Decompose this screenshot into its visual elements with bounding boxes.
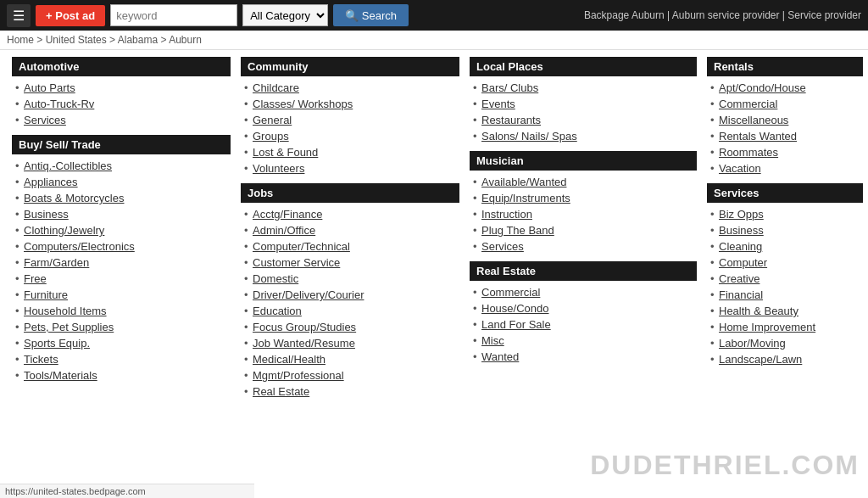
list-item: Acctg/Finance xyxy=(241,206,459,222)
list-item: Lost & Found xyxy=(241,144,459,160)
list-item: Cleaning xyxy=(707,238,863,255)
buy-sell-trade-list: Antiq.-Collectibles Appliances Boats & M… xyxy=(12,158,231,383)
jobs-list: Acctg/Finance Admin/Office Computer/Tech… xyxy=(241,206,459,400)
list-item: Restaurants xyxy=(470,112,697,128)
list-item: Admin/Office xyxy=(241,222,459,238)
list-item: Commercial xyxy=(470,284,697,300)
main-content: Automotive Auto Parts Auto-Truck-Rv Serv… xyxy=(0,50,868,411)
musician-list: Available/Wanted Equip/Instruments Instr… xyxy=(470,174,697,255)
list-item: Equip/Instruments xyxy=(470,190,697,206)
services-link[interactable]: Services xyxy=(24,114,66,126)
breadcrumb-alabama[interactable]: Alabama xyxy=(118,34,158,46)
search-icon: 🔍 xyxy=(345,9,359,22)
list-item: Wanted xyxy=(470,349,697,365)
category-select[interactable]: All Category xyxy=(242,4,328,26)
rentals-list: Apt/Condo/House Commercial Miscellaneous… xyxy=(707,80,863,176)
search-input[interactable] xyxy=(110,4,237,26)
list-item: Tools/Materials xyxy=(12,367,231,383)
list-item: Boats & Motorcycles xyxy=(12,190,231,206)
post-ad-button[interactable]: Post ad xyxy=(36,5,105,26)
list-item: Business xyxy=(707,222,863,238)
services-title: Services xyxy=(707,183,863,203)
services-list: Biz Opps Business Cleaning Computer Crea… xyxy=(707,206,863,367)
list-item: Available/Wanted xyxy=(470,174,697,190)
list-item: Land For Sale xyxy=(470,316,697,333)
list-item: Medical/Health xyxy=(241,351,459,367)
list-item: Real Estate xyxy=(241,383,459,400)
list-item: Computer/Technical xyxy=(241,238,459,255)
list-item: Business xyxy=(12,206,231,222)
community-list: Childcare Classes/ Workshops General Gro… xyxy=(241,80,459,176)
list-item: Instruction xyxy=(470,206,697,222)
local-places-title: Local Places xyxy=(470,57,697,76)
list-item: Groups xyxy=(241,128,459,144)
list-item: Farm/Garden xyxy=(12,255,231,271)
list-item: Events xyxy=(470,96,697,112)
list-item: Driver/Delivery/Courier xyxy=(241,287,459,303)
list-item: Clothing/Jewelry xyxy=(12,222,231,238)
buy-sell-trade-title: Buy/ Sell/ Trade xyxy=(12,135,231,154)
list-item: Volunteers xyxy=(241,160,459,176)
breadcrumb-auburn[interactable]: Auburn xyxy=(169,34,202,46)
list-item: Mgmt/Professional xyxy=(241,367,459,383)
list-item: Tickets xyxy=(12,351,231,367)
list-item: Customer Service xyxy=(241,255,459,271)
list-item: Financial xyxy=(707,287,863,303)
musician-title: Musician xyxy=(470,151,697,171)
list-item: Misc xyxy=(470,333,697,349)
list-item: Miscellaneous xyxy=(707,112,863,128)
list-item: Rentals Wanted xyxy=(707,128,863,144)
list-item: Creative xyxy=(707,271,863,287)
list-item: Antiq.-Collectibles xyxy=(12,158,231,174)
list-item: Plug The Band xyxy=(470,222,697,238)
list-item: Roommates xyxy=(707,144,863,160)
list-item: Auto-Truck-Rv xyxy=(12,96,231,112)
list-item: Education xyxy=(241,303,459,319)
list-item: Services xyxy=(12,112,231,128)
breadcrumb-home[interactable]: Home xyxy=(7,34,34,46)
list-item: Apt/Condo/House xyxy=(707,80,863,96)
list-item: Domestic xyxy=(241,271,459,287)
community-title: Community xyxy=(241,57,459,76)
list-item: Services xyxy=(470,238,697,255)
list-item: Labor/Moving xyxy=(707,335,863,351)
breadcrumb: Home > United States > Alabama > Auburn xyxy=(0,31,868,50)
column-4: Rentals Apt/Condo/House Commercial Misce… xyxy=(702,57,868,405)
list-item: Bars/ Clubs xyxy=(470,80,697,96)
rentals-title: Rentals xyxy=(707,57,863,76)
column-1: Automotive Auto Parts Auto-Truck-Rv Serv… xyxy=(7,57,236,405)
list-item: Sports Equip. xyxy=(12,335,231,351)
list-item: Vacation xyxy=(707,160,863,176)
auto-parts-link[interactable]: Auto Parts xyxy=(24,81,75,94)
list-item: Household Items xyxy=(12,303,231,319)
list-item: Landscape/Lawn xyxy=(707,351,863,367)
real-estate-title: Real Estate xyxy=(470,261,697,281)
list-item: Computer xyxy=(707,255,863,271)
list-item: Furniture xyxy=(12,287,231,303)
menu-icon-button[interactable]: ☰ xyxy=(7,4,31,27)
automotive-title: Automotive xyxy=(12,57,231,76)
auto-truck-rv-link[interactable]: Auto-Truck-Rv xyxy=(24,98,94,110)
list-item: Biz Opps xyxy=(707,206,863,222)
automotive-list: Auto Parts Auto-Truck-Rv Services xyxy=(12,80,231,128)
list-item: Home Improvement xyxy=(707,319,863,335)
local-places-list: Bars/ Clubs Events Restaurants Salons/ N… xyxy=(470,80,697,144)
list-item: House/Condo xyxy=(470,300,697,316)
list-item: General xyxy=(241,112,459,128)
real-estate-list: Commercial House/Condo Land For Sale Mis… xyxy=(470,284,697,365)
list-item: Focus Group/Studies xyxy=(241,319,459,335)
list-item: Classes/ Workshops xyxy=(241,96,459,112)
search-button[interactable]: 🔍 Search xyxy=(333,4,409,26)
column-2: Community Childcare Classes/ Workshops G… xyxy=(236,57,465,405)
list-item: Auto Parts xyxy=(12,80,231,96)
list-item: Appliances xyxy=(12,174,231,190)
list-item: Pets, Pet Supplies xyxy=(12,319,231,335)
breadcrumb-united-states[interactable]: United States xyxy=(46,34,107,46)
jobs-title: Jobs xyxy=(241,183,459,203)
list-item: Health & Beauty xyxy=(707,303,863,319)
list-item: Childcare xyxy=(241,80,459,96)
list-item: Job Wanted/Resume xyxy=(241,335,459,351)
site-title: Backpage Auburn | Auburn service provide… xyxy=(584,9,861,21)
list-item: Commercial xyxy=(707,96,863,112)
list-item: Free xyxy=(12,271,231,287)
